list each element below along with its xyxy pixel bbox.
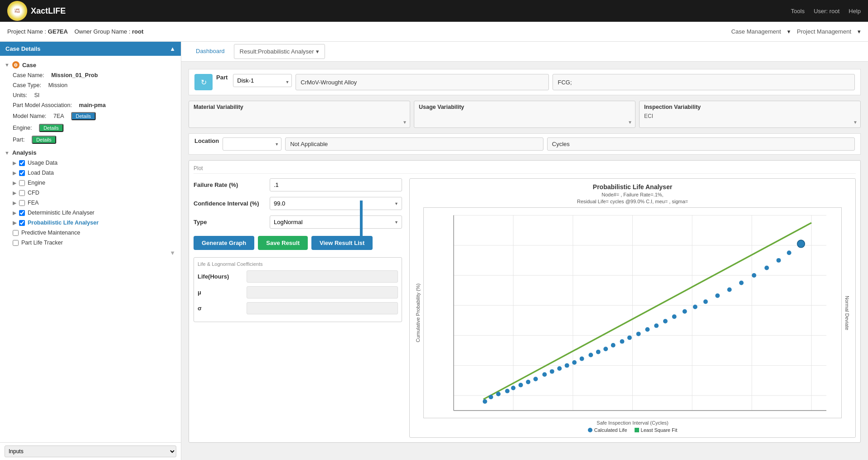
svg-point-36 — [627, 335, 632, 340]
engine-details-button[interactable]: Details — [39, 124, 63, 132]
inspection-variability-box: Inspection Variability ECI ▼ — [639, 101, 861, 128]
sidebar-load-data[interactable]: ▶ Load Data — [0, 168, 181, 178]
sidebar-usage-data[interactable]: ▶ Usage Data — [0, 158, 181, 168]
fea-checkbox[interactable] — [19, 200, 25, 206]
main-content: Dashboard Result:Probabilistic Analyser … — [181, 42, 868, 460]
usage-data-checkbox[interactable] — [19, 160, 25, 166]
deterministic-checkbox[interactable] — [19, 210, 25, 216]
part-select[interactable]: Disk-1 — [233, 74, 292, 87]
type-label: Type — [194, 219, 266, 225]
part-details-button[interactable]: Details — [32, 136, 56, 144]
sidebar-probabilistic[interactable]: ▶ Probabilistic Life Analyser — [0, 218, 181, 228]
case-management-button[interactable]: Case Management — [727, 25, 786, 38]
help-menu[interactable]: Help — [849, 8, 861, 15]
sidebar-deterministic[interactable]: ▶ Deterministic Life Analyser — [0, 208, 181, 218]
confidence-interval-row: Confidence Interval (%) 99.0 95.0 90.0 — [194, 197, 402, 210]
units-label: Units: — [13, 92, 27, 98]
svg-point-40 — [663, 319, 668, 323]
part-life-label: Part Life Tracker — [21, 240, 63, 246]
plot-form: Failure Rate (%) Confidence Interval (%)… — [194, 178, 402, 438]
view-result-list-button[interactable]: View Result List — [311, 236, 373, 250]
model-name-value: 7EA — [53, 113, 64, 119]
part-life-checkbox[interactable] — [13, 240, 19, 246]
mu-label: μ — [198, 289, 243, 296]
legend-least-square: Least Square Fit — [635, 427, 678, 433]
action-buttons: Generate Graph Save Result View Result L… — [194, 236, 402, 250]
sidebar-predictive[interactable]: Predictive Maintenance — [0, 228, 181, 238]
chart-subtitle: Node#= , Failure Rate=.1%, Residual Life… — [414, 191, 851, 206]
sidebar-fea[interactable]: ▶ FEA — [0, 198, 181, 208]
project-management-button[interactable]: Project Management — [792, 25, 856, 38]
type-select-wrapper: LogNormal Weibull Normal — [270, 215, 402, 229]
fea-label: FEA — [28, 200, 39, 206]
model-name-label: Model Name: — [13, 113, 46, 119]
project-name-label: Project Name : — [7, 28, 46, 35]
cfd-checkbox[interactable] — [19, 190, 25, 196]
failure-rate-input[interactable] — [270, 178, 402, 191]
svg-point-50 — [776, 258, 781, 263]
sidebar-footer: Inputs — [0, 442, 181, 460]
deterministic-label: Deterministic Life Analyser — [28, 210, 94, 216]
sidebar-collapse-icon[interactable]: ▲ — [170, 45, 175, 52]
gear-icon: ⚙ — [12, 61, 19, 69]
refresh-button[interactable]: ↻ — [194, 74, 213, 90]
engine-checkbox[interactable] — [19, 180, 25, 186]
svg-point-19 — [496, 391, 501, 396]
location-select[interactable] — [223, 137, 281, 151]
svg-point-30 — [580, 357, 584, 361]
load-data-checkbox[interactable] — [19, 170, 25, 176]
cfd-chevron: ▶ — [13, 190, 16, 196]
engine-item-label: Engine — [28, 180, 45, 186]
svg-point-44 — [703, 299, 708, 304]
usage-var-scroll: ▼ — [628, 120, 632, 125]
nav-right: Tools User: root Help — [791, 8, 861, 15]
sidebar-footer-select[interactable]: Inputs — [5, 445, 176, 457]
app-title: XactLIFE — [31, 6, 66, 16]
tab-dashboard[interactable]: Dashboard — [189, 43, 232, 60]
load-chevron: ▶ — [13, 170, 16, 176]
sidebar-case-name: Case Name: Mission_01_Prob — [0, 70, 181, 80]
part-model-value: main-pma — [79, 102, 106, 108]
sigma-input — [247, 302, 398, 314]
svg-point-39 — [654, 323, 659, 328]
sidebar-analysis-header[interactable]: ▼ Analysis — [0, 147, 181, 158]
part-model-label: Part Model Association: — [13, 102, 72, 108]
material-field — [296, 74, 549, 90]
sidebar-case-header[interactable]: ▼ ⚙ Case — [0, 59, 181, 70]
svg-point-35 — [620, 339, 625, 343]
svg-point-23 — [526, 380, 530, 384]
top-navigation: LIFEPred XactLIFE Tools User: root Help — [0, 0, 868, 22]
sidebar-part-life-tracker[interactable]: Part Life Tracker — [0, 238, 181, 248]
generate-graph-button[interactable]: Generate Graph — [194, 236, 254, 250]
type-row: Type LogNormal Weibull Normal — [194, 215, 402, 229]
save-result-button[interactable]: Save Result — [258, 236, 308, 250]
type-select[interactable]: LogNormal Weibull Normal — [270, 215, 402, 229]
chart-x-label: Safe Inspection Interval (Cycles) — [414, 420, 851, 426]
logo-icon: LIFEPred — [7, 1, 27, 21]
cfd-label: CFD — [28, 190, 39, 196]
probabilistic-checkbox[interactable] — [19, 220, 25, 226]
model-details-button[interactable]: Details — [71, 112, 96, 120]
sigma-label: σ — [198, 305, 243, 312]
tab-result-probabilistic[interactable]: Result:Probabilistic Analyser ▾ — [234, 44, 325, 59]
owner-group-value: root — [132, 28, 143, 35]
part-field-label: Part — [216, 74, 228, 90]
svg-point-48 — [752, 273, 756, 278]
confidence-interval-select[interactable]: 99.0 95.0 90.0 — [270, 197, 402, 210]
usage-chevron: ▶ — [13, 160, 16, 166]
variability-row: Material Variability ▼ Usage Variability… — [189, 101, 861, 128]
legend-least-square-icon — [635, 428, 639, 432]
tools-menu[interactable]: Tools — [791, 8, 805, 15]
case-label: Case — [22, 62, 36, 69]
sidebar-cfd[interactable]: ▶ CFD — [0, 188, 181, 198]
life-section: Life & Lognormal Coefficients Life(Hours… — [194, 257, 402, 322]
svg-point-45 — [715, 293, 720, 298]
predictive-checkbox[interactable] — [13, 230, 19, 236]
chart-container: Cumulative Probability (%) — [414, 207, 851, 419]
user-menu[interactable]: User: root — [814, 8, 839, 15]
part-select-wrapper: Disk-1 — [233, 74, 292, 90]
analysis-label: Analysis — [12, 149, 36, 156]
prob-chevron: ▶ — [13, 220, 16, 226]
sidebar-engine-item[interactable]: ▶ Engine — [0, 178, 181, 188]
life-hours-input — [247, 270, 398, 283]
